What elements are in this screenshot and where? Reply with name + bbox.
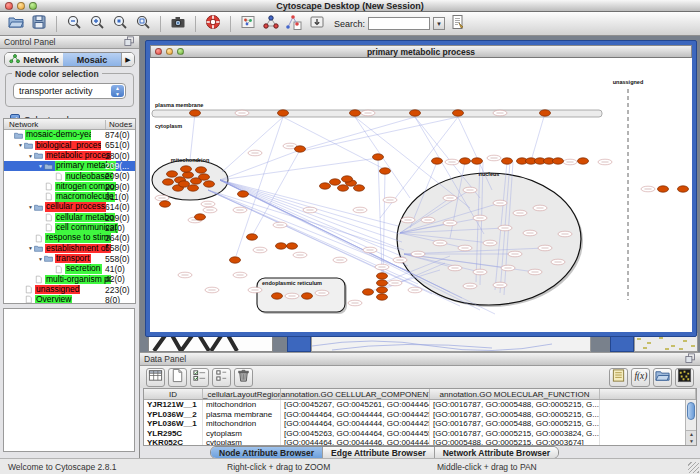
graph-node-selected[interactable] [195,214,206,220]
graph-node-selected[interactable] [658,186,669,192]
zoom-selected-button[interactable] [110,14,130,34]
graph-node-selected[interactable] [377,280,388,286]
scrollbar-arrows[interactable]: ▲▼ [686,430,697,445]
search-dropdown-button[interactable]: ▼ [433,17,445,30]
tree-expand-icon[interactable]: ▼ [27,153,34,159]
network-view-titlebar[interactable]: primary metabolic process [150,45,692,58]
graph-node-selected[interactable] [363,289,374,295]
graph-node-selected[interactable] [302,293,313,299]
resize-grip[interactable] [688,462,699,473]
tree-expand-icon[interactable]: ▼ [17,142,24,148]
graph-node-selected[interactable] [410,110,421,116]
table-row[interactable]: YPL036W__1mitochondrion[GO:0044464, GO:0… [144,419,696,429]
table-row[interactable]: YPL036W__2plasma membrane[GO:0044464, GO… [144,410,696,420]
open-session-button[interactable] [6,14,26,34]
graph-node-selected[interactable] [196,167,207,173]
graph-node-selected[interactable] [678,186,689,192]
tree-row-nitrogen-compo[interactable]: nitrogen compo209(0) [4,181,135,191]
tab-mosaic[interactable]: Mosaic [63,53,121,66]
annotation-button[interactable] [238,14,258,34]
select-attributes-button[interactable] [190,368,209,387]
graph-node-selected[interactable] [247,234,258,240]
tree-row-biological-process[interactable]: ▼biological_process651(0) [4,140,135,150]
graph-node-selected[interactable] [354,185,365,191]
graph-node-selected[interactable] [199,174,210,180]
close-button[interactable] [155,48,162,55]
create-attribute-button[interactable] [168,368,187,387]
tree-row-cell-communicat[interactable]: cell communicat22(0) [4,223,135,233]
unselect-attributes-button[interactable] [212,368,231,387]
graph-node-selected[interactable] [160,201,171,207]
tree-row-metabolic-process[interactable]: ▼metabolic process280(0) [4,151,135,161]
graph-node-selected[interactable] [188,185,199,191]
graph-node-selected[interactable] [578,158,589,164]
graph-node-selected[interactable] [380,168,391,174]
table-row[interactable]: YKR052Ccytoplasm[GO:0044464, GO:0044446,… [144,438,696,446]
table-row[interactable]: YLR295Ccytoplasm[GO:0045263, GO:0044464,… [144,429,696,439]
graph-node-selected[interactable] [320,183,331,189]
graph-node-selected[interactable] [377,294,388,300]
graph-node-selected[interactable] [377,273,388,279]
graph-node-selected[interactable] [377,287,388,293]
column-header[interactable]: annotation.GO MOLECULAR_FUNCTION [430,389,600,399]
graph-node-selected[interactable] [540,110,551,116]
tree-row-secretion[interactable]: secretion41(0) [4,264,135,274]
graph-node-selected[interactable] [502,158,513,164]
tree-row-unassigned[interactable]: unassigned223(0) [4,284,135,294]
search-input[interactable] [368,17,430,30]
graph-node-selected[interactable] [460,158,471,164]
graph-node-selected[interactable] [183,172,194,178]
tree-row-multi-organism-pro[interactable]: multi-organism pro42(0) [4,274,135,284]
column-header[interactable]: ID [144,389,203,399]
minimize-button[interactable] [17,2,25,10]
session-editor-button[interactable] [448,14,468,34]
tree-row-primary-metabo[interactable]: ▼primary metabo209(... [4,161,135,171]
delete-attribute-button[interactable] [234,368,253,387]
graph-node-selected[interactable] [181,166,192,172]
tree-row-overview[interactable]: Overview8(0) [4,295,135,304]
zoom-fit-button[interactable] [133,14,153,34]
float-panel-icon[interactable] [684,352,696,366]
graph-node-selected[interactable] [190,110,201,116]
zoom-in-button[interactable] [87,14,107,34]
graph-node-selected[interactable] [179,181,190,187]
graph-node-selected[interactable] [350,110,361,116]
graph-node-selected[interactable] [272,293,283,299]
graph-node-selected[interactable] [163,179,174,185]
vizmapper-node-button[interactable] [261,14,281,34]
graph-node-selected[interactable] [295,146,306,152]
graph-node-selected[interactable] [342,176,353,182]
tree-expand-icon[interactable]: ▼ [37,163,44,169]
tree-expand-icon[interactable]: ▼ [37,256,44,262]
close-button[interactable] [5,2,13,10]
graph-node-selected[interactable] [330,179,341,185]
attribute-mode-button[interactable] [146,368,165,387]
graph-node-selected[interactable] [472,158,483,164]
tab-overflow-button[interactable]: ▶ [121,53,134,66]
node-color-dropdown[interactable]: transporter activity ▲▼ [13,83,126,99]
tab-network-attribute-browser[interactable]: Network Attribute Browser [435,447,558,458]
birds-eye-view[interactable] [3,308,135,452]
scrollbar-thumb[interactable] [687,402,695,420]
minimize-button[interactable] [166,48,173,55]
network-canvas[interactable]: plasma membranecytoplasmmitochondrionnuc… [150,58,692,332]
zoom-window-button[interactable] [177,48,184,55]
tree-row-mosaic-demo-yeast[interactable]: mosaic-demo-yeast874(0) [4,130,135,140]
attribute-editor-button[interactable] [609,368,628,387]
float-panel-icon[interactable] [123,35,135,49]
tree-expand-icon[interactable]: ▼ [27,204,34,210]
tree-row-nucleobase-[interactable]: nucleobase-209(0) [4,171,135,181]
tab-network[interactable]: Network [5,53,63,66]
tab-node-attribute-browser[interactable]: Node Attribute Browser [211,447,323,458]
tree-row-cellular-process[interactable]: ▼cellular process614(0) [4,202,135,212]
graph-node-selected[interactable] [432,158,443,164]
graph-node-selected[interactable] [338,185,349,191]
matrix-view-button[interactable] [675,368,694,387]
zoom-out-button[interactable] [64,14,84,34]
function-builder-button[interactable]: f(x) [631,368,650,387]
zoom-window-button[interactable] [29,2,37,10]
graph-node-selected[interactable] [553,158,564,164]
tree-row-response-to-stimul[interactable]: response to stimul264(0) [4,233,135,243]
tree-row-macromolecule[interactable]: macromolecule311(0) [4,192,135,202]
tree-row-transport[interactable]: ▼transport558(0) [4,254,135,264]
